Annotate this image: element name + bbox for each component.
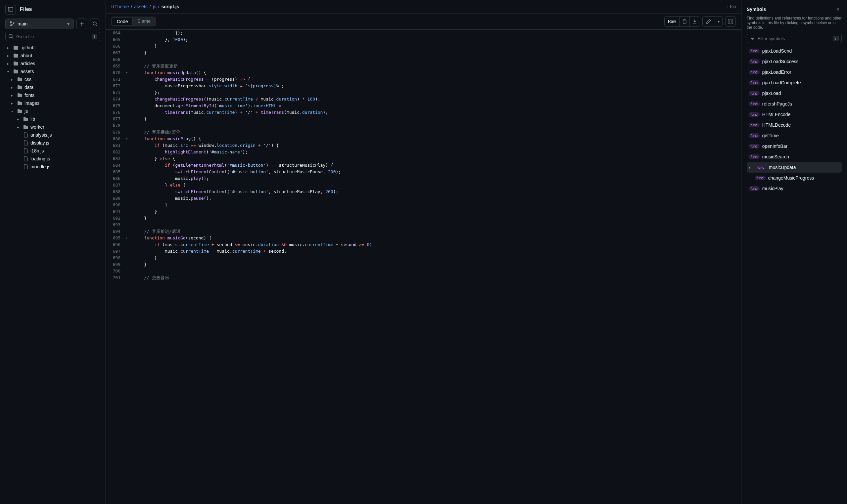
line-number[interactable]: 679 — [106, 129, 126, 136]
code-line[interactable]: 696 if (music.currentTime + second <= mu… — [106, 241, 741, 248]
symbols-button[interactable] — [725, 16, 736, 27]
code-line[interactable]: 689 music.pause(); — [106, 195, 741, 202]
breadcrumb-link[interactable]: js — [153, 4, 156, 9]
file-item[interactable]: loading.js — [5, 155, 100, 163]
code-line[interactable]: 664 }); — [106, 30, 741, 36]
code-line[interactable]: 679 // 音乐播放/暂停 — [106, 129, 741, 136]
code-line[interactable]: 683 } else { — [106, 156, 741, 162]
symbol-item[interactable]: ▾funcmusicUpdata — [747, 162, 842, 173]
line-number[interactable]: 680 — [106, 136, 126, 142]
code-line[interactable]: 673 }; — [106, 89, 741, 96]
folder-item[interactable]: ▸worker — [5, 123, 100, 131]
code-line[interactable]: 687 } else { — [106, 182, 741, 188]
folder-item[interactable]: ▸lib — [5, 115, 100, 123]
symbol-item[interactable]: funcpjaxLoadComplete — [747, 77, 842, 88]
line-number[interactable]: 695 — [106, 235, 126, 241]
symbols-filter[interactable]: r — [747, 34, 842, 43]
line-number[interactable]: 681 — [106, 142, 126, 149]
code-line[interactable]: 666 } — [106, 43, 741, 50]
folder-item[interactable]: ▸images — [5, 99, 100, 107]
code-line[interactable]: 698 } — [106, 255, 741, 261]
symbol-item[interactable]: funcpjaxLoadSend — [747, 46, 842, 56]
line-number[interactable]: 682 — [106, 149, 126, 156]
folder-item[interactable]: ▸.github — [5, 44, 100, 52]
code-line[interactable]: 686 music.play(); — [106, 175, 741, 182]
code-line[interactable]: 685 switchElementContent('#music-button'… — [106, 169, 741, 175]
scroll-to-top[interactable]: ↑ Top — [726, 4, 736, 9]
fold-toggle[interactable]: ▾ — [126, 136, 133, 142]
symbol-item[interactable]: funcHTMLDecode — [747, 120, 842, 130]
close-symbols-button[interactable]: ✕ — [834, 5, 842, 13]
line-number[interactable]: 666 — [106, 43, 126, 50]
code-line[interactable]: 700 — [106, 268, 741, 274]
line-number[interactable]: 676 — [106, 109, 126, 116]
symbol-item[interactable]: funcpjaxLoad — [747, 88, 842, 98]
line-number[interactable]: 683 — [106, 156, 126, 162]
code-line[interactable]: 697 music.currentTime = music.currentTim… — [106, 248, 741, 255]
folder-item[interactable]: ▸about — [5, 52, 100, 59]
edit-dropdown[interactable]: ▾ — [714, 16, 723, 27]
line-number[interactable]: 696 — [106, 241, 126, 248]
line-number[interactable]: 669 — [106, 63, 126, 69]
symbol-item[interactable]: funcopenInfoBar — [747, 141, 842, 151]
folder-item[interactable]: ▸css — [5, 75, 100, 83]
file-search-input[interactable]: t — [5, 32, 100, 41]
folder-item[interactable]: ▸articles — [5, 59, 100, 68]
symbols-filter-input[interactable] — [758, 36, 830, 41]
edit-button[interactable] — [702, 16, 715, 27]
file-item[interactable]: i18n.js — [5, 147, 100, 155]
code-line[interactable]: 684 if (getElementInnerhtml('#music-butt… — [106, 162, 741, 169]
code-line[interactable]: 695▾ function musicGo(second) { — [106, 235, 741, 241]
branch-selector[interactable]: main ▾ — [5, 19, 74, 29]
line-number[interactable]: 688 — [106, 188, 126, 195]
line-number[interactable]: 672 — [106, 83, 126, 89]
file-item[interactable]: analysis.js — [5, 131, 100, 139]
line-number[interactable]: 693 — [106, 221, 126, 228]
code-line[interactable]: 692 } — [106, 215, 741, 221]
collapse-sidebar-button[interactable] — [5, 4, 16, 15]
breadcrumb-link[interactable]: RTheme — [111, 4, 129, 9]
code-viewer[interactable]: 664 });665 }, 1000);666 }667 }668669 // … — [106, 30, 741, 504]
symbol-item[interactable]: funcpjaxLoadSuccess — [747, 56, 842, 67]
line-number[interactable]: 685 — [106, 169, 126, 175]
line-number[interactable]: 668 — [106, 56, 126, 63]
code-line[interactable]: 680▾ function musicPlay() { — [106, 136, 741, 142]
code-line[interactable]: 691 } — [106, 208, 741, 215]
line-number[interactable]: 665 — [106, 36, 126, 43]
symbol-item[interactable]: funcchangeMusicProgress — [747, 173, 842, 183]
code-line[interactable]: 668 — [106, 56, 741, 63]
download-button[interactable] — [689, 16, 700, 27]
line-number[interactable]: 687 — [106, 182, 126, 188]
line-number[interactable]: 670 — [106, 69, 126, 76]
symbol-item[interactable]: funcrefershPageJs — [747, 98, 842, 109]
symbol-item[interactable]: funcmusicPlay — [747, 183, 842, 194]
code-line[interactable]: 688 switchElementContent('#music-button'… — [106, 188, 741, 195]
folder-item[interactable]: ▾assets — [5, 68, 100, 75]
tab-code[interactable]: Code — [112, 17, 133, 26]
line-number[interactable]: 664 — [106, 30, 126, 36]
fold-toggle[interactable]: ▾ — [126, 235, 133, 241]
file-item[interactable]: display.js — [5, 139, 100, 147]
line-number[interactable]: 694 — [106, 228, 126, 235]
line-number[interactable]: 690 — [106, 202, 126, 208]
code-line[interactable]: 665 }, 1000); — [106, 36, 741, 43]
line-number[interactable]: 673 — [106, 89, 126, 96]
tab-blame[interactable]: Blame — [133, 17, 155, 26]
line-number[interactable]: 697 — [106, 248, 126, 255]
folder-item[interactable]: ▾js — [5, 107, 100, 115]
code-line[interactable]: 682 highlightElement('#music-name'); — [106, 149, 741, 156]
fold-toggle[interactable]: ▾ — [126, 69, 133, 76]
line-number[interactable]: 677 — [106, 116, 126, 122]
line-number[interactable]: 701 — [106, 274, 126, 281]
code-line[interactable]: 670▾ function musicUpdata() { — [106, 69, 741, 76]
code-line[interactable]: 699 } — [106, 261, 741, 268]
folder-item[interactable]: ▸fonts — [5, 91, 100, 99]
line-number[interactable]: 674 — [106, 96, 126, 103]
code-line[interactable]: 678 — [106, 122, 741, 129]
symbol-item[interactable]: funcpjaxLoadError — [747, 67, 842, 77]
code-line[interactable]: 672 musicProgressbar.style.width = `${pr… — [106, 83, 741, 89]
code-line[interactable]: 674 changeMusicProgress((music.currentTi… — [106, 96, 741, 103]
code-line[interactable]: 694 // 音乐前进/后退 — [106, 228, 741, 235]
symbol-item[interactable]: funcgetTime — [747, 130, 842, 141]
line-number[interactable]: 667 — [106, 50, 126, 56]
